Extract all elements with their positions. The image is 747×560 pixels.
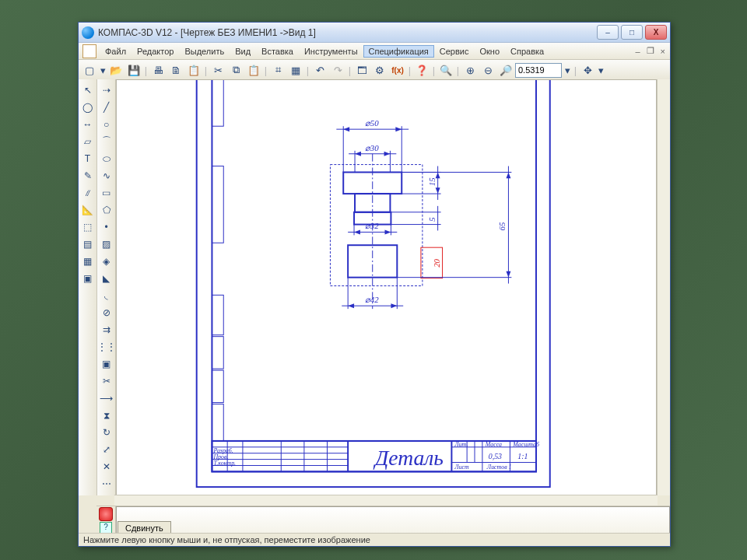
svg-rect-5 — [212, 337, 223, 369]
move-icon[interactable]: ⇢ — [98, 82, 114, 98]
svg-marker-31 — [385, 229, 391, 234]
symbol-icon[interactable]: ▱ — [79, 133, 96, 149]
fx-icon[interactable]: f(x) — [389, 61, 406, 79]
svg-text:⌀50: ⌀50 — [365, 118, 379, 128]
mdi-minimize-button[interactable]: – — [633, 47, 642, 56]
svg-marker-30 — [354, 229, 360, 234]
refresh-dropdown-icon[interactable]: ▾ — [597, 61, 605, 79]
rect-icon[interactable]: ▭ — [98, 184, 114, 201]
ellipse-icon[interactable]: ⬭ — [98, 150, 114, 166]
format-icon[interactable]: ⌗ — [269, 61, 286, 79]
menu-service[interactable]: Сервис — [434, 45, 475, 58]
print-icon[interactable]: 🖶 — [149, 61, 167, 79]
menu-tools[interactable]: Инструменты — [299, 45, 363, 58]
drawing-svg: ⌀50 ⌀30 ⌀32 ⌀42 15 5 6 — [117, 80, 656, 495]
mdi-restore-button[interactable]: ❐ — [644, 46, 657, 56]
cursor-icon[interactable]: ↖ — [79, 82, 96, 98]
variables-icon[interactable]: ⚙ — [371, 61, 388, 79]
preview-icon[interactable]: 🗎 — [167, 61, 184, 79]
del-icon[interactable]: ✕ — [98, 458, 114, 474]
props-icon[interactable]: 📋 — [185, 61, 202, 79]
horizontal-scrollbar[interactable] — [114, 495, 658, 506]
zoom-dropdown-icon[interactable]: ▾ — [563, 61, 572, 79]
trim-icon[interactable]: ✂ — [98, 373, 114, 389]
group-icon[interactable]: ▣ — [98, 355, 114, 372]
spec-icon[interactable]: ▤ — [79, 236, 96, 252]
svg-text:15: 15 — [427, 177, 437, 186]
circle-icon[interactable]: ○ — [98, 116, 114, 132]
edit-icon[interactable]: ✎ — [79, 167, 96, 184]
line-icon[interactable]: ╱ — [98, 99, 114, 115]
spline-icon[interactable]: ∿ — [98, 167, 114, 184]
rotate-icon[interactable]: ↻ — [98, 424, 114, 440]
zoom-out-icon[interactable]: ⊖ — [479, 61, 496, 79]
array-icon[interactable]: ⋮⋮ — [98, 338, 114, 355]
stop-icon[interactable] — [99, 507, 113, 521]
zoom-window-icon[interactable]: 🔎 — [497, 61, 514, 79]
redo-icon[interactable]: ↷ — [329, 61, 346, 79]
save-icon[interactable]: 💾 — [125, 61, 142, 79]
more-icon[interactable]: ⋯ — [98, 475, 114, 492]
app-icon — [82, 26, 94, 39]
menu-insert[interactable]: Вставка — [256, 45, 299, 58]
drawing-canvas[interactable]: ⌀50 ⌀30 ⌀32 ⌀42 15 5 6 — [116, 79, 657, 495]
main-toolbar: ▢ ▾ 📂 💾 | 🖶 🗎 📋 | ✂ ⧉ 📋 | ⌗ ▦ | ↶ ↷ | 🗔 … — [79, 60, 670, 81]
copy-icon[interactable]: ⧉ — [227, 61, 244, 79]
point-icon[interactable]: • — [98, 219, 114, 235]
break-icon[interactable]: ⊘ — [98, 304, 114, 320]
scale-icon[interactable]: ⤢ — [98, 441, 114, 457]
help-cursor-icon[interactable]: ❓ — [413, 61, 430, 79]
measure-icon[interactable]: 📐 — [79, 201, 96, 218]
arc-icon[interactable]: ⌒ — [98, 133, 114, 149]
new-dropdown-icon[interactable]: ▾ — [99, 61, 107, 79]
geometry-icon[interactable]: ◯ — [79, 99, 96, 115]
offset-icon[interactable]: ⇉ — [98, 321, 114, 338]
dimension-icon[interactable]: ↔ — [79, 116, 96, 132]
svg-marker-52 — [506, 172, 510, 178]
separator: | — [263, 61, 268, 79]
menu-select[interactable]: Выделить — [179, 45, 230, 58]
cut-icon[interactable]: ✂ — [209, 61, 226, 79]
select-icon[interactable]: ⬚ — [79, 219, 96, 235]
zoom-frame-icon[interactable]: 🔍 — [437, 61, 454, 79]
zoom-in-icon[interactable]: ⊕ — [461, 61, 479, 79]
paste-icon[interactable]: 📋 — [245, 61, 262, 79]
property-panel: ? — [96, 506, 670, 535]
vertical-scrollbar[interactable] — [657, 79, 670, 495]
new-icon[interactable]: ▢ — [81, 61, 98, 79]
mdi-close-button[interactable]: × — [658, 47, 668, 56]
close-button[interactable]: X — [645, 25, 667, 40]
table-icon[interactable]: ▦ — [287, 61, 304, 79]
maximize-button[interactable]: □ — [621, 25, 643, 40]
extend-icon[interactable]: ⟶ — [98, 390, 114, 406]
menu-view[interactable]: Вид — [230, 45, 256, 58]
zoom-input[interactable]: 0.5319 — [515, 63, 562, 78]
polygon-icon[interactable]: ⬠ — [98, 201, 114, 218]
report-icon[interactable]: ▦ — [79, 253, 96, 269]
minimize-button[interactable]: – — [597, 25, 619, 40]
undo-icon[interactable]: ↶ — [311, 61, 328, 79]
chamfer-icon[interactable]: ◣ — [98, 270, 114, 286]
view-icon[interactable]: ▣ — [79, 270, 96, 286]
svg-rect-7 — [212, 404, 223, 441]
hatch-icon[interactable]: ▨ — [98, 236, 114, 252]
svg-text:5: 5 — [427, 217, 437, 222]
mirror-icon[interactable]: ⧗ — [98, 407, 114, 423]
menu-window[interactable]: Окно — [474, 45, 505, 58]
fillet-icon[interactable]: ◟ — [98, 287, 114, 303]
svg-rect-2 — [212, 80, 223, 126]
menu-edit[interactable]: Редактор — [132, 45, 179, 58]
menu-help[interactable]: Справка — [505, 45, 549, 58]
open-icon[interactable]: 📂 — [107, 61, 124, 79]
manager-icon[interactable]: 🗔 — [353, 61, 370, 79]
svg-text:Т.контр.: Т.контр. — [213, 460, 236, 467]
contour-icon[interactable]: ◈ — [98, 253, 114, 269]
menu-file[interactable]: Файл — [100, 45, 132, 58]
svg-marker-18 — [343, 127, 349, 131]
menu-specification[interactable]: Спецификация — [363, 45, 434, 58]
param-icon[interactable]: ⫽ — [79, 184, 96, 201]
titlebar[interactable]: КОМПАС-3D V12 - [Чертеж БЕЗ ИМЕНИ1 ->Вид… — [79, 23, 670, 43]
text-icon[interactable]: T — [79, 150, 96, 166]
pan-icon[interactable]: ✥ — [579, 61, 596, 79]
separator: | — [455, 61, 461, 79]
